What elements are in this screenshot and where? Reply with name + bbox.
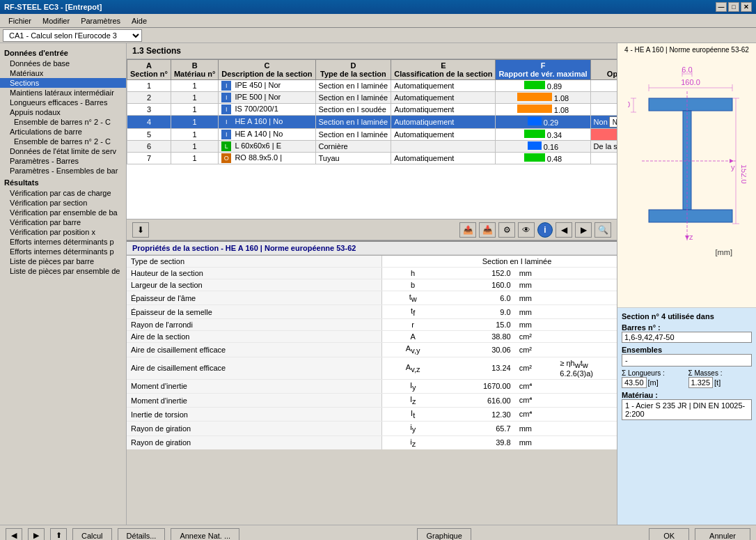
table-row[interactable]: 6 1 L L 60x60x6 | E Cornière 0.16 De la …: [127, 141, 617, 153]
sum-longueurs-label: Σ Longueurs :: [622, 369, 686, 377]
nav-button-2[interactable]: ▶: [28, 528, 45, 541]
sidebar-item-verif-ensemble[interactable]: Vérification par ensemble de ba: [0, 208, 126, 217]
prop-unit-iz: cm⁴: [515, 393, 556, 407]
sidebar-item-appuis[interactable]: Appuis nodaux: [0, 107, 126, 117]
ensembles-value: -: [622, 354, 752, 367]
prop-row: Rayon de l'arrondi r 15.0 mm: [127, 319, 617, 331]
close-button[interactable]: ✕: [741, 2, 752, 12]
prop-val-b: 160.0: [443, 279, 515, 291]
prop-note-avz: ≥ ηhwtw 6.2.6(3)a): [556, 357, 617, 379]
zoom-button[interactable]: 🔍: [594, 222, 611, 238]
properties-panel[interactable]: Type de section Section en I laminée Hau…: [127, 255, 617, 449]
case-select[interactable]: CA1 - Calcul selon l'Eurocode 3: [3, 29, 142, 42]
prop-unit-tf: mm: [515, 305, 556, 319]
prop-note-iz: [556, 393, 617, 407]
prop-label-iy: Moment d'inertie: [127, 379, 382, 393]
menu-modifier[interactable]: Modifier: [37, 15, 75, 26]
sidebar-item-efforts-1[interactable]: Efforts internes déterminants p: [0, 237, 126, 247]
import-button[interactable]: ⬇: [132, 222, 149, 238]
svg-text:152.0: 152.0: [740, 164, 746, 184]
annexe-button[interactable]: Annexe Nat. ...: [171, 528, 239, 541]
ensembles-label: Ensembles: [622, 346, 752, 354]
col-header-f: FRapport de vér. maximal: [496, 60, 590, 80]
settings-button[interactable]: ⚙: [498, 222, 515, 238]
sidebar-item-sections[interactable]: Sections: [0, 78, 126, 88]
next-button[interactable]: ▶: [575, 222, 592, 238]
cell-ratio-3: 1.08: [496, 104, 590, 116]
sidebar-item-verif-cas[interactable]: Vérification par cas de charge: [0, 188, 126, 198]
prop-unit-r: mm: [515, 319, 556, 331]
sections-table: ASection n° BMatériau n° CDescription de…: [127, 59, 617, 164]
sum-longueurs-unit: [m]: [648, 378, 659, 387]
table-row[interactable]: 3 1 I IS 700/200/1 Section en I soudée A…: [127, 104, 617, 116]
table-row[interactable]: 7 1 O RO 88.9x5.0 | Tuyau Automatiquemen…: [127, 153, 617, 164]
prop-row: Moment d'inertie Iz 616.00 cm⁴: [127, 393, 617, 407]
sidebar-item-ensemble-barres-2[interactable]: Ensemble de barres n° 2 - C: [0, 137, 126, 146]
sidebar-item-verif-barre[interactable]: Vérification par barre: [0, 217, 126, 227]
prop-sym-raz: iz: [382, 435, 443, 449]
cell-type-7: Tuyau: [315, 153, 391, 164]
sidebar-item-articulations[interactable]: Articulations de barre: [0, 127, 126, 137]
cell-desc-5: I HE A 140 | No: [219, 129, 315, 141]
cell-type-5: Section en I laminée: [315, 129, 391, 141]
details-button[interactable]: Détails...: [118, 528, 166, 541]
cell-material-4: 1: [171, 116, 218, 129]
sidebar-item-parametres-ensembles[interactable]: Paramètres - Ensembles de bar: [0, 166, 126, 176]
sum-masses-unit: [t]: [714, 378, 720, 387]
prop-note-avy: [556, 343, 617, 357]
material-value: 1 - Acier S 235 JR | DIN EN 10025-2:200: [622, 399, 752, 420]
table-row[interactable]: 2 1 I IPE 500 | Nor Section en I laminée…: [127, 92, 617, 104]
ok-button[interactable]: OK: [649, 528, 689, 541]
bars-input[interactable]: [622, 332, 752, 343]
sidebar: Données d'entrée Données de base Matéria…: [0, 43, 127, 525]
sum-masses-value: 1.325: [688, 377, 714, 388]
maximize-button[interactable]: □: [728, 2, 739, 12]
cell-ratio-4: 0.29: [496, 116, 590, 129]
sidebar-item-liste-ensembles[interactable]: Liste de pièces par ensemble de: [0, 266, 126, 276]
view-button[interactable]: 👁: [518, 222, 535, 238]
sidebar-item-etat-limite[interactable]: Données de l'état limite de serv: [0, 146, 126, 156]
sidebar-item-efforts-2[interactable]: Efforts internes déterminants p: [0, 247, 126, 256]
menu-aide[interactable]: Aide: [126, 15, 152, 26]
minimize-button[interactable]: —: [716, 2, 727, 12]
sidebar-item-longueurs[interactable]: Longueurs efficaces - Barres: [0, 98, 126, 107]
export-button[interactable]: 📤: [459, 222, 476, 238]
sidebar-item-liste-barres[interactable]: Liste de pièces par barre: [0, 256, 126, 266]
nav-button-1[interactable]: ◀: [6, 528, 22, 541]
prop-sym-tw: tw: [382, 291, 443, 305]
sidebar-item-verif-position[interactable]: Vérification par position x: [0, 227, 126, 237]
table-row[interactable]: 4 1 I HE A 160 | No Section en I laminée…: [127, 116, 617, 129]
sidebar-item-ensemble-barres-1[interactable]: Ensemble de barres n° 2 - C: [0, 117, 126, 127]
section-header: 1.3 Sections: [127, 43, 617, 59]
annuler-button[interactable]: Annuler: [695, 528, 750, 541]
table-row[interactable]: 1 1 I IPE 450 | Nor Section en I laminée…: [127, 80, 617, 92]
cell-opt-4: Non Non: [590, 116, 617, 129]
sidebar-item-maintiens[interactable]: Maintiens latéraux intermédiair: [0, 88, 126, 98]
table-row[interactable]: 5 1 I HE A 140 | No Section en I laminée…: [127, 129, 617, 141]
calc-button[interactable]: Calcul: [72, 528, 112, 541]
prev-button[interactable]: ◀: [556, 222, 572, 238]
main-layout: Données d'entrée Données de base Matéria…: [0, 43, 756, 525]
menu-fichier[interactable]: Fichier: [3, 15, 37, 26]
opt-select-4[interactable]: Non: [609, 116, 617, 128]
sidebar-item-parametres-barres[interactable]: Paramètres - Barres: [0, 156, 126, 166]
prop-unit-h: mm: [515, 268, 556, 279]
table-area[interactable]: ASection n° BMatériau n° CDescription de…: [127, 59, 617, 219]
menu-parametres[interactable]: Paramètres: [75, 15, 126, 26]
info-button[interactable]: i: [537, 222, 553, 238]
cell-material-5: 1: [171, 129, 218, 141]
prop-label-tw: Épaisseur de l'âme: [127, 291, 382, 305]
prop-row: Aire de cisaillement efficace Av,z 13.24…: [127, 357, 617, 379]
prop-row: Hauteur de la section h 152.0 mm: [127, 268, 617, 279]
prop-label-avy: Aire de cisaillement efficace: [127, 343, 382, 357]
sidebar-item-materiaux[interactable]: Matériaux: [0, 68, 126, 78]
sidebar-item-donnees-base[interactable]: Données de base: [0, 59, 126, 68]
prop-val-h: 152.0: [443, 268, 515, 279]
prop-sym-it: It: [382, 408, 443, 422]
cell-desc-6: L L 60x60x6 | E: [219, 141, 315, 153]
graphique-button[interactable]: Graphique: [417, 528, 471, 541]
export2-button[interactable]: 📥: [479, 222, 496, 238]
sidebar-item-verif-section[interactable]: Vérification par section: [0, 198, 126, 208]
nav-button-3[interactable]: ⬆: [50, 528, 67, 541]
cell-opt-6: De la série actuelle: [590, 141, 617, 153]
